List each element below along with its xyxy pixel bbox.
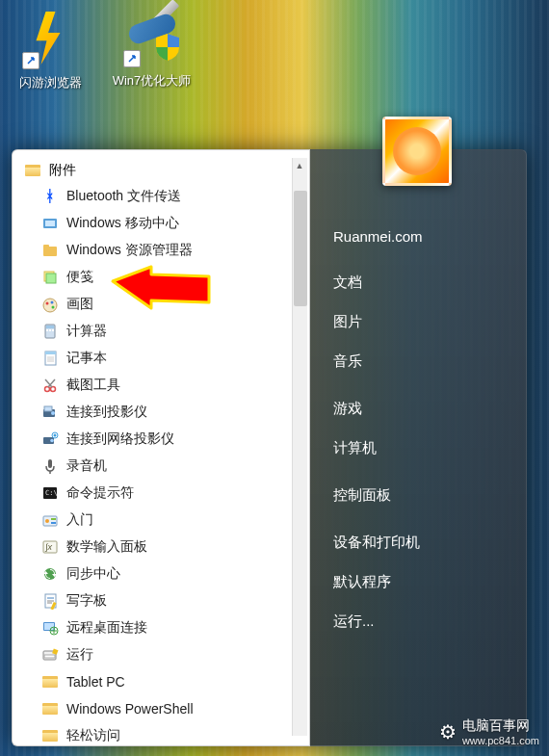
watermark-title: 电脑百事网	[462, 717, 539, 735]
menu-item-snip[interactable]: 截图工具	[13, 372, 309, 399]
menu-item-label: Windows 资源管理器	[66, 242, 193, 259]
rdp-icon	[41, 619, 59, 637]
menu-item-bluetooth[interactable]: ᚼBluetooth 文件传送	[13, 183, 309, 210]
scroll-up-arrow-icon[interactable]: ▲	[293, 158, 306, 173]
sticky-icon	[41, 269, 59, 286]
menu-item-label: 数学输入面板	[66, 538, 147, 556]
svg-text:C:\: C:\	[45, 489, 58, 497]
menu-item-math[interactable]: ∫x数学输入面板	[13, 534, 309, 560]
right-panel-item[interactable]: 图片	[310, 302, 526, 342]
user-picture[interactable]	[382, 117, 452, 186]
menu-item-getstarted[interactable]: 入门	[13, 507, 309, 534]
menu-item-sticky[interactable]: 便笺	[13, 264, 309, 291]
svg-rect-11	[46, 326, 54, 328]
right-panel-item[interactable]: 文档	[310, 263, 526, 302]
menu-item-label: 画图	[66, 296, 93, 313]
scroll-thumb[interactable]	[294, 191, 307, 306]
watermark: ⚙ 电脑百事网 www.pc841.com	[439, 717, 539, 746]
explorer-icon	[41, 242, 59, 259]
svg-rect-14	[52, 329, 54, 331]
snip-icon	[41, 377, 59, 394]
sync-icon	[41, 565, 59, 583]
right-panel-item[interactable]: 默认程序	[310, 562, 526, 602]
svg-rect-48	[44, 623, 54, 630]
recorder-icon	[41, 457, 59, 475]
svg-point-28	[50, 439, 54, 443]
menu-item-paint[interactable]: 画图	[13, 291, 309, 318]
svg-rect-16	[45, 352, 56, 354]
menu-item-label: 计算器	[66, 323, 107, 340]
menu-item-run[interactable]: 运行	[13, 641, 309, 668]
menu-item-label: 轻松访问	[66, 727, 120, 744]
calc-icon	[41, 323, 59, 340]
run-icon	[41, 646, 59, 664]
start-menu-right-panel: Ruanmei.com 文档图片音乐游戏计算机控制面板设备和打印机默认程序运行.…	[310, 149, 527, 746]
menu-item-label: 便笺	[66, 269, 93, 286]
desktop-icons-area: 闪游浏览器 Win7优化大师	[10, 10, 193, 91]
menu-item-label: 命令提示符	[66, 484, 134, 502]
right-panel-item[interactable]: 设备和打印机	[310, 523, 526, 562]
svg-rect-13	[49, 329, 51, 331]
svg-rect-12	[46, 329, 48, 331]
menu-item-netprojector[interactable]: 连接到网络投影仪	[13, 426, 309, 453]
svg-point-6	[43, 299, 57, 312]
watermark-url: www.pc841.com	[462, 735, 539, 746]
wordpad-icon	[41, 592, 59, 610]
notepad-icon	[41, 350, 59, 367]
menu-item-recorder[interactable]: 录音机	[13, 453, 309, 480]
menu-item-wordpad[interactable]: 写字板	[13, 587, 309, 614]
menu-item-explorer[interactable]: Windows 资源管理器	[13, 237, 309, 264]
bluetooth-icon: ᚼ	[41, 188, 59, 205]
folder-label: 附件	[49, 162, 76, 179]
svg-text:∫x: ∫x	[44, 542, 52, 552]
username-link[interactable]: Ruanmei.com	[310, 218, 526, 255]
svg-rect-1	[45, 221, 55, 226]
folder-icon	[41, 673, 59, 691]
folder-header-accessories[interactable]: 附件	[13, 158, 309, 183]
menu-item-folder[interactable]: 轻松访问	[13, 722, 309, 749]
menu-item-label: Bluetooth 文件传送	[66, 188, 181, 205]
getstarted-icon	[41, 511, 59, 529]
menu-item-sync[interactable]: 同步中心	[13, 560, 309, 587]
desktop-icon-label: Win7优化大师	[111, 72, 193, 90]
right-panel-item[interactable]: 运行...	[310, 602, 526, 641]
menu-item-label: 写字板	[66, 592, 107, 610]
shortcut-arrow-icon	[123, 50, 141, 67]
desktop-icon-shanyou[interactable]: 闪游浏览器	[10, 10, 92, 91]
desktop-icon-label: 闪游浏览器	[10, 74, 92, 91]
menu-item-label: Windows PowerShell	[66, 701, 194, 717]
menu-item-label: 截图工具	[66, 377, 120, 394]
svg-point-25	[51, 411, 55, 415]
right-panel-item[interactable]: 游戏	[310, 389, 526, 429]
menu-item-projector[interactable]: 连接到投影仪	[13, 399, 309, 426]
svg-point-36	[45, 519, 49, 523]
menu-item-label: 连接到投影仪	[66, 404, 147, 421]
svg-rect-31	[48, 459, 52, 468]
menu-item-cmd[interactable]: C:\命令提示符	[13, 480, 309, 507]
watermark-logo-icon: ⚙	[439, 720, 457, 743]
menu-item-calc[interactable]: 计算器	[13, 318, 309, 345]
folder-icon	[41, 727, 59, 744]
paint-icon	[41, 296, 59, 313]
menu-item-folder[interactable]: Tablet PC	[13, 668, 309, 695]
netprojector-icon	[41, 430, 59, 448]
menu-item-notepad[interactable]: 记事本	[13, 345, 309, 372]
folder-icon	[41, 700, 59, 717]
svg-point-8	[51, 301, 54, 304]
scrollbar[interactable]: ▲	[292, 158, 307, 736]
start-menu: 附件 ᚼBluetooth 文件传送Windows 移动中心Windows 资源…	[12, 149, 527, 746]
menu-item-rdp[interactable]: 远程桌面连接	[13, 614, 309, 641]
menu-item-mobility[interactable]: Windows 移动中心	[13, 210, 309, 237]
right-panel-item[interactable]: 控制面板	[310, 476, 526, 515]
menu-item-label: 录音机	[66, 457, 107, 475]
menu-item-folder[interactable]: Windows PowerShell	[13, 695, 309, 722]
svg-point-7	[46, 302, 49, 305]
svg-rect-26	[44, 406, 52, 411]
math-icon: ∫x	[41, 538, 59, 556]
menu-item-label: 连接到网络投影仪	[66, 430, 174, 448]
svg-point-9	[52, 306, 55, 309]
desktop-icon-win7master[interactable]: Win7优化大师	[111, 10, 193, 91]
right-panel-item[interactable]: 计算机	[310, 429, 526, 468]
right-panel-item[interactable]: 音乐	[310, 342, 526, 381]
svg-rect-38	[51, 522, 56, 524]
